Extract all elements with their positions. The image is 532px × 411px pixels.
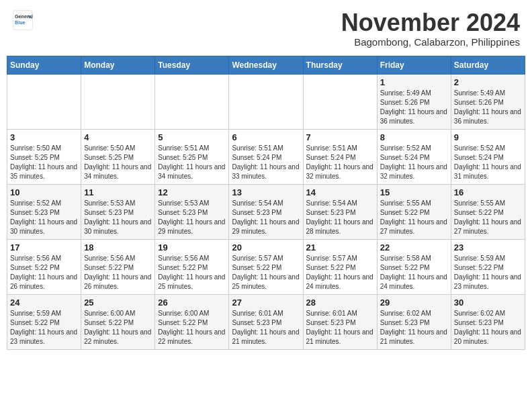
day-info: Sunrise: 5:49 AM Sunset: 5:26 PM Dayligh… (380, 89, 448, 126)
day-number: 27 (232, 298, 300, 308)
day-number: 9 (454, 132, 522, 142)
day-number: 15 (380, 187, 448, 197)
week-row-3: 10Sunrise: 5:52 AM Sunset: 5:23 PM Dayli… (7, 184, 525, 239)
calendar-cell: 13Sunrise: 5:54 AM Sunset: 5:23 PM Dayli… (229, 184, 303, 239)
weekday-header-monday: Monday (81, 56, 155, 74)
calendar-cell: 1Sunrise: 5:49 AM Sunset: 5:26 PM Daylig… (377, 74, 451, 129)
weekday-header-saturday: Saturday (451, 56, 525, 74)
month-title: November 2024 (341, 9, 520, 36)
day-info: Sunrise: 5:55 AM Sunset: 5:22 PM Dayligh… (454, 199, 522, 236)
calendar-cell: 18Sunrise: 5:56 AM Sunset: 5:22 PM Dayli… (81, 239, 155, 294)
calendar-cell: 2Sunrise: 5:49 AM Sunset: 5:26 PM Daylig… (451, 74, 525, 129)
logo-icon: General Blue (12, 9, 34, 31)
day-number: 4 (84, 132, 152, 142)
calendar-cell (229, 74, 303, 129)
day-info: Sunrise: 5:57 AM Sunset: 5:22 PM Dayligh… (306, 254, 374, 291)
page-header: General Blue November 2024 Bagombong, Ca… (7, 7, 525, 50)
calendar-table: SundayMondayTuesdayWednesdayThursdayFrid… (7, 56, 525, 350)
calendar-cell: 17Sunrise: 5:56 AM Sunset: 5:22 PM Dayli… (7, 239, 81, 294)
day-number: 28 (306, 298, 374, 308)
day-number: 8 (380, 132, 448, 142)
day-number: 10 (10, 187, 78, 197)
day-info: Sunrise: 5:53 AM Sunset: 5:23 PM Dayligh… (158, 199, 226, 236)
calendar-cell: 20Sunrise: 5:57 AM Sunset: 5:22 PM Dayli… (229, 239, 303, 294)
weekday-header-sunday: Sunday (7, 56, 81, 74)
calendar-cell: 5Sunrise: 5:51 AM Sunset: 5:25 PM Daylig… (155, 129, 229, 184)
day-number: 18 (84, 242, 152, 253)
calendar-cell: 24Sunrise: 5:59 AM Sunset: 5:22 PM Dayli… (7, 294, 81, 349)
calendar-cell: 14Sunrise: 5:54 AM Sunset: 5:23 PM Dayli… (303, 184, 377, 239)
svg-text:Blue: Blue (15, 19, 26, 26)
calendar-cell: 10Sunrise: 5:52 AM Sunset: 5:23 PM Dayli… (7, 184, 81, 239)
day-number: 19 (158, 242, 226, 253)
day-info: Sunrise: 5:57 AM Sunset: 5:22 PM Dayligh… (232, 254, 300, 291)
day-info: Sunrise: 5:56 AM Sunset: 5:22 PM Dayligh… (10, 254, 78, 291)
weekday-header-row: SundayMondayTuesdayWednesdayThursdayFrid… (7, 56, 525, 74)
logo: General Blue (12, 9, 34, 31)
day-number: 29 (380, 298, 448, 308)
week-row-2: 3Sunrise: 5:50 AM Sunset: 5:25 PM Daylig… (7, 129, 525, 184)
week-row-4: 17Sunrise: 5:56 AM Sunset: 5:22 PM Dayli… (7, 239, 525, 294)
calendar-cell: 15Sunrise: 5:55 AM Sunset: 5:22 PM Dayli… (377, 184, 451, 239)
day-info: Sunrise: 5:58 AM Sunset: 5:22 PM Dayligh… (380, 254, 448, 291)
calendar-cell: 29Sunrise: 6:02 AM Sunset: 5:23 PM Dayli… (377, 294, 451, 349)
day-info: Sunrise: 5:55 AM Sunset: 5:22 PM Dayligh… (380, 199, 448, 236)
calendar-cell: 9Sunrise: 5:52 AM Sunset: 5:24 PM Daylig… (451, 129, 525, 184)
day-info: Sunrise: 6:02 AM Sunset: 5:23 PM Dayligh… (380, 309, 448, 347)
day-info: Sunrise: 6:02 AM Sunset: 5:23 PM Dayligh… (454, 309, 522, 347)
day-info: Sunrise: 5:53 AM Sunset: 5:23 PM Dayligh… (84, 199, 152, 236)
calendar-cell: 23Sunrise: 5:59 AM Sunset: 5:22 PM Dayli… (451, 239, 525, 294)
day-number: 12 (158, 187, 226, 197)
calendar-cell (155, 74, 229, 129)
calendar-cell: 16Sunrise: 5:55 AM Sunset: 5:22 PM Dayli… (451, 184, 525, 239)
week-row-5: 24Sunrise: 5:59 AM Sunset: 5:22 PM Dayli… (7, 294, 525, 349)
day-number: 6 (232, 132, 300, 142)
calendar-cell: 30Sunrise: 6:02 AM Sunset: 5:23 PM Dayli… (451, 294, 525, 349)
day-info: Sunrise: 5:51 AM Sunset: 5:25 PM Dayligh… (158, 144, 226, 181)
day-number: 13 (232, 187, 300, 197)
calendar-cell (303, 74, 377, 129)
calendar-cell: 4Sunrise: 5:50 AM Sunset: 5:25 PM Daylig… (81, 129, 155, 184)
calendar-cell (81, 74, 155, 129)
day-info: Sunrise: 5:52 AM Sunset: 5:23 PM Dayligh… (10, 199, 78, 236)
day-info: Sunrise: 5:52 AM Sunset: 5:24 PM Dayligh… (380, 144, 448, 181)
calendar-cell: 6Sunrise: 5:51 AM Sunset: 5:24 PM Daylig… (229, 129, 303, 184)
day-number: 22 (380, 242, 448, 253)
day-number: 1 (380, 77, 448, 87)
weekday-header-friday: Friday (377, 56, 451, 74)
weekday-header-wednesday: Wednesday (229, 56, 303, 74)
calendar-cell: 22Sunrise: 5:58 AM Sunset: 5:22 PM Dayli… (377, 239, 451, 294)
day-number: 3 (10, 132, 78, 142)
day-info: Sunrise: 5:51 AM Sunset: 5:24 PM Dayligh… (306, 144, 374, 181)
day-number: 23 (454, 242, 522, 253)
calendar-cell: 12Sunrise: 5:53 AM Sunset: 5:23 PM Dayli… (155, 184, 229, 239)
title-block: November 2024 Bagombong, Calabarzon, Phi… (341, 9, 520, 48)
day-number: 26 (158, 298, 226, 308)
day-info: Sunrise: 5:52 AM Sunset: 5:24 PM Dayligh… (454, 144, 522, 181)
weekday-header-tuesday: Tuesday (155, 56, 229, 74)
calendar-cell: 21Sunrise: 5:57 AM Sunset: 5:22 PM Dayli… (303, 239, 377, 294)
calendar-body: 1Sunrise: 5:49 AM Sunset: 5:26 PM Daylig… (7, 74, 525, 349)
day-number: 16 (454, 187, 522, 197)
calendar-cell: 26Sunrise: 6:00 AM Sunset: 5:22 PM Dayli… (155, 294, 229, 349)
day-number: 5 (158, 132, 226, 142)
day-info: Sunrise: 6:01 AM Sunset: 5:23 PM Dayligh… (232, 309, 300, 347)
day-number: 14 (306, 187, 374, 197)
calendar-cell: 25Sunrise: 6:00 AM Sunset: 5:22 PM Dayli… (81, 294, 155, 349)
svg-text:General: General (15, 13, 33, 19)
day-number: 24 (10, 298, 78, 308)
weekday-header-thursday: Thursday (303, 56, 377, 74)
calendar-cell: 3Sunrise: 5:50 AM Sunset: 5:25 PM Daylig… (7, 129, 81, 184)
day-info: Sunrise: 5:59 AM Sunset: 5:22 PM Dayligh… (454, 254, 522, 291)
calendar-cell: 19Sunrise: 5:56 AM Sunset: 5:22 PM Dayli… (155, 239, 229, 294)
day-info: Sunrise: 5:59 AM Sunset: 5:22 PM Dayligh… (10, 309, 78, 347)
day-number: 20 (232, 242, 300, 253)
calendar-cell: 8Sunrise: 5:52 AM Sunset: 5:24 PM Daylig… (377, 129, 451, 184)
day-info: Sunrise: 5:49 AM Sunset: 5:26 PM Dayligh… (454, 89, 522, 126)
calendar-cell: 27Sunrise: 6:01 AM Sunset: 5:23 PM Dayli… (229, 294, 303, 349)
day-number: 17 (10, 242, 78, 253)
day-number: 21 (306, 242, 374, 253)
day-info: Sunrise: 5:54 AM Sunset: 5:23 PM Dayligh… (232, 199, 300, 236)
calendar-cell (7, 74, 81, 129)
location: Bagombong, Calabarzon, Philippines (341, 36, 520, 48)
